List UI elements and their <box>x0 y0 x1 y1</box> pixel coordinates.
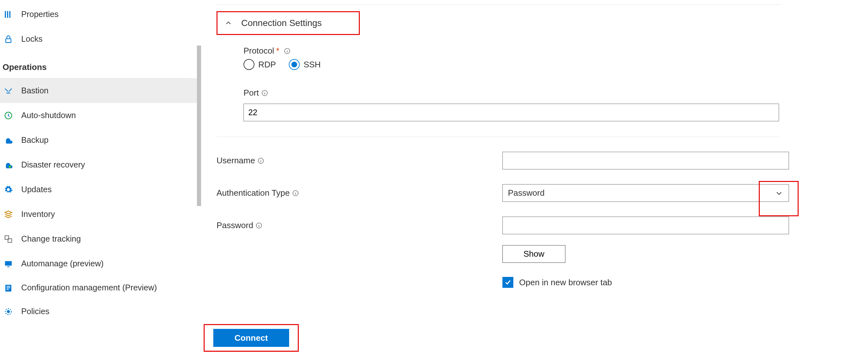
divider <box>217 137 779 137</box>
username-input[interactable] <box>502 152 789 169</box>
required-marker: * <box>276 46 279 56</box>
change-icon <box>3 234 13 244</box>
sidebar-item-label: Inventory <box>21 210 55 219</box>
info-icon[interactable] <box>261 89 269 97</box>
sidebar-item-config-mgmt[interactable]: Configuration management (Preview) <box>0 276 201 299</box>
svg-point-2 <box>9 166 11 168</box>
username-label: Username <box>217 155 255 166</box>
chevron-up-icon <box>224 19 232 27</box>
sidebar-item-label: Policies <box>21 307 50 316</box>
protocol-field: Protocol * RDP SSH <box>244 46 855 70</box>
port-label: Port <box>244 88 259 98</box>
sidebar-item-backup[interactable]: Backup <box>0 128 201 152</box>
sidebar-item-automanage[interactable]: Automanage (preview) <box>0 251 201 276</box>
svg-point-9 <box>7 310 10 313</box>
chevron-down-icon <box>775 189 783 198</box>
radio-label: RDP <box>258 60 276 70</box>
main-content: Connection Settings Protocol * RDP SSH P… <box>201 0 868 352</box>
newtab-row: Open in new browser tab <box>217 263 855 288</box>
bastion-icon <box>3 86 13 96</box>
port-field: Port <box>244 88 855 121</box>
sidebar-item-properties[interactable]: Properties <box>0 2 201 27</box>
sidebar-item-label: Updates <box>21 185 52 194</box>
policies-icon <box>3 307 13 317</box>
inventory-icon <box>3 209 13 219</box>
newtab-checkbox[interactable]: Open in new browser tab <box>502 277 792 288</box>
divider <box>217 4 781 5</box>
sidebar: Properties Locks Operations Bastion Auto… <box>0 0 201 352</box>
authtype-select[interactable]: Password <box>502 184 789 202</box>
sidebar-item-change-tracking[interactable]: Change tracking <box>0 226 201 251</box>
sidebar-item-label: Change tracking <box>21 234 81 244</box>
radio-icon <box>289 59 300 70</box>
authtype-label: Authentication Type <box>217 188 290 198</box>
properties-icon <box>3 9 13 20</box>
port-input[interactable] <box>244 104 779 121</box>
svg-rect-6 <box>7 266 10 267</box>
config-icon <box>3 283 13 293</box>
authtype-value: Password <box>508 188 545 198</box>
connection-settings-toggle[interactable]: Connection Settings <box>224 18 322 28</box>
sidebar-item-auto-shutdown[interactable]: Auto-shutdown <box>0 103 201 128</box>
gear-icon <box>3 184 13 195</box>
checkbox-checked-icon <box>502 277 513 288</box>
sidebar-item-label: Configuration management (Preview) <box>21 282 157 293</box>
info-icon[interactable] <box>292 189 300 197</box>
show-password-button[interactable]: Show <box>502 245 565 263</box>
password-input[interactable] <box>502 217 789 234</box>
highlight-connection-settings: Connection Settings <box>217 11 360 35</box>
sidebar-item-policies[interactable]: Policies <box>0 299 201 324</box>
clock-icon <box>3 110 13 121</box>
svg-rect-0 <box>6 38 11 42</box>
radio-icon <box>244 59 254 70</box>
sidebar-item-disaster-recovery[interactable]: Disaster recovery <box>0 152 201 177</box>
password-label: Password <box>217 220 253 231</box>
section-title: Connection Settings <box>241 18 322 28</box>
disaster-icon <box>3 160 13 170</box>
sidebar-item-label: Backup <box>21 135 49 145</box>
username-row: Username <box>217 152 855 169</box>
sidebar-item-updates[interactable]: Updates <box>0 177 201 202</box>
highlight-connect-button: Connect <box>204 324 299 352</box>
protocol-radio-ssh[interactable]: SSH <box>289 59 320 70</box>
sidebar-item-label: Properties <box>21 10 59 19</box>
scrollbar-thumb[interactable] <box>197 45 201 206</box>
backup-icon <box>3 135 13 145</box>
password-row: Password <box>217 217 855 234</box>
protocol-radio-rdp[interactable]: RDP <box>244 59 276 70</box>
info-icon[interactable] <box>257 157 265 165</box>
sidebar-item-label: Auto-shutdown <box>21 111 76 120</box>
sidebar-item-label: Automanage (preview) <box>21 259 104 268</box>
lock-icon <box>3 34 13 44</box>
sidebar-item-label: Locks <box>21 34 43 44</box>
info-icon[interactable] <box>283 47 291 55</box>
show-row: Show <box>217 245 855 263</box>
connect-button[interactable]: Connect <box>213 329 289 347</box>
sidebar-item-locks[interactable]: Locks <box>0 27 201 51</box>
info-icon[interactable] <box>255 222 263 230</box>
sidebar-item-label: Bastion <box>21 86 49 95</box>
sidebar-item-label: Disaster recovery <box>21 160 85 169</box>
radio-label: SSH <box>304 60 320 70</box>
sidebar-item-inventory[interactable]: Inventory <box>0 202 201 226</box>
sidebar-section-operations: Operations <box>0 51 191 78</box>
protocol-label: Protocol <box>244 46 274 56</box>
automanage-icon <box>3 259 13 269</box>
authtype-row: Authentication Type Password <box>217 184 855 202</box>
sidebar-scrollbar[interactable] <box>197 0 201 352</box>
svg-rect-5 <box>5 261 12 266</box>
sidebar-item-bastion[interactable]: Bastion <box>0 78 201 103</box>
newtab-label: Open in new browser tab <box>519 278 612 287</box>
